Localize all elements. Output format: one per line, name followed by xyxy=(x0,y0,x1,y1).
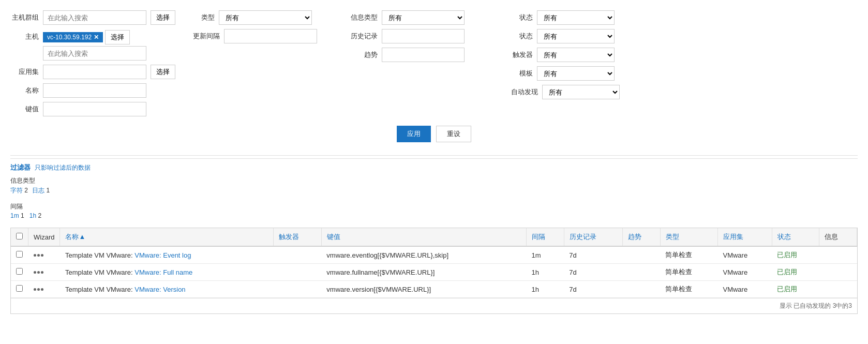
col-history[interactable]: 历史记录 xyxy=(564,228,622,246)
dots-menu-2[interactable] xyxy=(34,288,55,291)
table-row: Template VM VMware: VMware: Event log vm… xyxy=(11,246,857,264)
col-appset[interactable]: 应用集 xyxy=(717,228,772,246)
row-type-1: 简单检查 xyxy=(660,264,717,281)
col-checkbox xyxy=(11,228,28,246)
col-key[interactable]: 键值 xyxy=(321,228,526,246)
col-type[interactable]: 类型 xyxy=(660,228,717,246)
template-label: 模板 xyxy=(497,69,533,78)
info-item-1: 字符 2 xyxy=(10,186,28,195)
template-field: 模板 所有 xyxy=(497,66,641,81)
update-interval-input[interactable] xyxy=(224,29,317,43)
host-label: 主机 xyxy=(10,30,39,41)
row-name-1: Template VM VMware: VMware: Full name xyxy=(60,264,273,281)
row-name-link-0[interactable]: VMware: Event log xyxy=(134,251,191,259)
host-group-field: 主机群组 选择 xyxy=(10,10,176,25)
host-tag-container: vc-10.30.59.192 ✕ 选择 xyxy=(43,30,146,61)
history-field: 历史记录 xyxy=(341,29,486,43)
status1-field: 状态 所有 已启用 已禁用 xyxy=(497,10,641,25)
table-row: Template VM VMware: VMware: Full name vm… xyxy=(11,264,857,281)
info-char-link[interactable]: 字符 xyxy=(10,187,23,194)
row-status-text-1: 已启用 xyxy=(777,268,797,276)
row-interval-2: 1h xyxy=(526,281,564,298)
row-history-1: 7d xyxy=(564,264,622,281)
col-interval[interactable]: 间隔 xyxy=(526,228,564,246)
interval-section: 间隔 1m 1 1h 2 xyxy=(10,199,858,222)
host-group-select-btn[interactable]: 选择 xyxy=(151,10,175,25)
host-tag-remove[interactable]: ✕ xyxy=(94,34,99,41)
row-history-2: 7d xyxy=(564,281,622,298)
type-select[interactable]: 所有 数字(无符号) 数字(浮点) 字符 日志 xyxy=(219,10,312,25)
row-dots-1[interactable] xyxy=(28,264,60,281)
key-input[interactable] xyxy=(43,102,146,116)
select-all-checkbox[interactable] xyxy=(16,233,23,240)
row-name-link-1[interactable]: VMware: Full name xyxy=(134,268,192,276)
trigger-field: 触发器 所有 有触发器 无触发器 xyxy=(497,48,641,62)
template-select[interactable]: 所有 xyxy=(537,66,615,81)
interval-item-1: 1m 1 xyxy=(10,212,24,219)
row-checkbox-cell xyxy=(11,281,28,298)
status2-select[interactable]: 所有 正常 未知 xyxy=(537,29,615,43)
host-group-label: 主机群组 xyxy=(10,13,39,22)
table-footer: 显示 已自动发现的 3中的3 xyxy=(11,298,857,313)
trend-input[interactable] xyxy=(382,48,465,62)
row-appset-1: VMware xyxy=(717,264,772,281)
host-input[interactable] xyxy=(43,46,146,61)
app-set-label: 应用集 xyxy=(10,67,39,77)
row-trend-1 xyxy=(622,264,660,281)
row-dots-2[interactable] xyxy=(28,281,60,298)
apply-button[interactable]: 应用 xyxy=(397,126,431,142)
host-field: 主机 vc-10.30.59.192 ✕ 选择 xyxy=(10,29,176,61)
col-trigger[interactable]: 触发器 xyxy=(273,228,321,246)
row-trend-2 xyxy=(622,281,660,298)
status1-select[interactable]: 所有 已启用 已禁用 xyxy=(537,10,615,25)
interval-items: 1m 1 1h 2 xyxy=(10,212,858,219)
table-row: Template VM VMware: VMware: Version vmwa… xyxy=(11,281,857,298)
host-group-input[interactable] xyxy=(43,10,146,25)
info-log-link[interactable]: 日志 xyxy=(32,187,44,194)
update-interval-field: 更新间隔 xyxy=(186,29,331,43)
row-checkbox-0[interactable] xyxy=(16,251,23,258)
filter-title: 过滤器 xyxy=(10,163,31,172)
col-name[interactable]: 名称▲ xyxy=(60,228,273,246)
status2-label: 状态 xyxy=(497,32,533,41)
info-type-select[interactable]: 所有 数字 字符 日志 文本 xyxy=(382,10,465,25)
interval-1h-link[interactable]: 1h xyxy=(29,212,36,219)
row-checkbox-2[interactable] xyxy=(16,285,23,292)
row-key-1: vmware.fullname[{$VMWARE.URL}] xyxy=(321,264,526,281)
row-trigger-0 xyxy=(273,246,321,264)
row-trend-0 xyxy=(622,246,660,264)
app-set-input[interactable] xyxy=(43,65,146,79)
row-name-prefix-0: Template VM VMware: xyxy=(65,251,134,259)
interval-1m-link[interactable]: 1m xyxy=(10,212,19,219)
history-input[interactable] xyxy=(382,29,465,43)
auto-discovery-field: 自动发现 所有 是 否 xyxy=(497,85,641,99)
info-type-label: 信息类型 xyxy=(341,13,378,22)
row-trigger-1 xyxy=(273,264,321,281)
row-appset-0: VMware xyxy=(717,246,772,264)
row-appset-2: VMware xyxy=(717,281,772,298)
row-dots-0[interactable] xyxy=(28,246,60,264)
app-set-select-btn[interactable]: 选择 xyxy=(151,65,175,79)
col-trend[interactable]: 趋势 xyxy=(622,228,660,246)
row-name-link-2[interactable]: VMware: Version xyxy=(134,286,185,293)
trigger-select[interactable]: 所有 有触发器 无触发器 xyxy=(537,48,615,62)
host-tag: vc-10.30.59.192 ✕ xyxy=(43,32,103,42)
trigger-label: 触发器 xyxy=(497,50,533,59)
row-type-2: 简单检查 xyxy=(660,281,717,298)
filter-info: 过滤器 只影响过滤后的数据 信息类型 字符 2 日志 1 xyxy=(10,158,858,199)
row-info-1 xyxy=(819,264,857,281)
dots-menu-0[interactable] xyxy=(34,254,55,257)
trend-field: 趋势 xyxy=(341,48,486,62)
row-checkbox-1[interactable] xyxy=(16,268,23,275)
row-status-text-2: 已启用 xyxy=(777,285,797,293)
row-name-2: Template VM VMware: VMware: Version xyxy=(60,281,273,298)
row-status-2: 已启用 xyxy=(772,281,819,298)
auto-discovery-select[interactable]: 所有 是 否 xyxy=(542,85,620,99)
reset-button[interactable]: 重设 xyxy=(436,126,471,142)
dots-menu-1[interactable] xyxy=(34,271,55,274)
name-input[interactable] xyxy=(43,83,146,98)
col-status[interactable]: 状态 xyxy=(772,228,819,246)
trend-label: 趋势 xyxy=(341,50,378,59)
type-field: 类型 所有 数字(无符号) 数字(浮点) 字符 日志 xyxy=(186,10,331,25)
host-select-btn[interactable]: 选择 xyxy=(105,30,130,44)
